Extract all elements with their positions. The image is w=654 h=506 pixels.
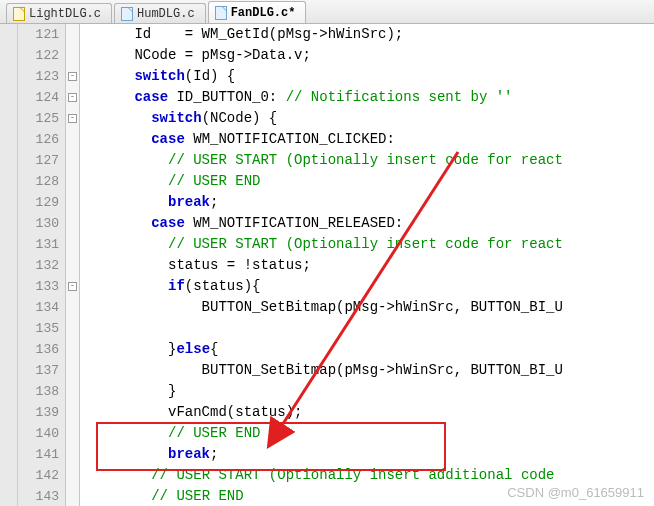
line-number: 124 [18,87,59,108]
line-number: 132 [18,255,59,276]
line-number: 129 [18,192,59,213]
fold-cell [66,360,79,381]
code-line[interactable]: case WM_NOTIFICATION_CLICKED: [84,129,654,150]
line-number: 121 [18,24,59,45]
code-line[interactable] [84,318,654,339]
line-number: 123 [18,66,59,87]
line-number: 135 [18,318,59,339]
tab-fandlg[interactable]: FanDLG.c* [208,1,307,23]
code-line[interactable]: if(status){ [84,276,654,297]
code-line[interactable]: Id = WM_GetId(pMsg->hWinSrc); [84,24,654,45]
fold-cell [66,465,79,486]
code-line[interactable]: NCode = pMsg->Data.v; [84,45,654,66]
code-line[interactable]: BUTTON_SetBitmap(pMsg->hWinSrc, BUTTON_B… [84,360,654,381]
tab-lightdlg[interactable]: LightDLG.c [6,3,112,23]
line-number: 127 [18,150,59,171]
code-line[interactable]: } [84,381,654,402]
fold-cell [66,402,79,423]
fold-cell [66,297,79,318]
line-number: 142 [18,465,59,486]
c-file-icon [215,6,227,20]
fold-cell [66,129,79,150]
code-line[interactable]: break; [84,192,654,213]
tab-label: LightDLG.c [29,7,101,21]
code-line[interactable]: // USER END [84,171,654,192]
fold-column: ---- [66,24,80,506]
fold-toggle-icon[interactable]: - [68,282,77,291]
line-number: 125 [18,108,59,129]
code-line[interactable]: // USER END [84,486,654,506]
code-line[interactable]: }else{ [84,339,654,360]
fold-cell [66,486,79,506]
fold-toggle-icon[interactable]: - [68,114,77,123]
code-line[interactable]: vFanCmd(status); [84,402,654,423]
fold-cell [66,255,79,276]
tab-label: HumDLG.c [137,7,195,21]
code-line[interactable]: // USER START (Optionally insert code fo… [84,234,654,255]
fold-cell [66,45,79,66]
svg-rect-0 [14,7,25,20]
tab-humdlg[interactable]: HumDLG.c [114,3,206,23]
fold-cell [66,381,79,402]
fold-cell: - [66,66,79,87]
fold-cell [66,213,79,234]
fold-cell: - [66,276,79,297]
tab-bar: LightDLG.c HumDLG.c FanDLG.c* [0,0,654,24]
line-number: 134 [18,297,59,318]
code-line[interactable]: BUTTON_SetBitmap(pMsg->hWinSrc, BUTTON_B… [84,297,654,318]
line-number: 130 [18,213,59,234]
c-file-icon [13,7,25,21]
svg-rect-2 [215,6,226,19]
code-editor[interactable]: 1211221231241251261271281291301311321331… [0,24,654,506]
code-line[interactable]: status = !status; [84,255,654,276]
marker-margin [0,24,18,506]
line-number: 133 [18,276,59,297]
code-line[interactable]: break; [84,444,654,465]
code-line[interactable]: // USER END [84,423,654,444]
fold-toggle-icon[interactable]: - [68,72,77,81]
line-number-gutter: 1211221231241251261271281291301311321331… [18,24,66,506]
fold-toggle-icon[interactable]: - [68,93,77,102]
line-number: 128 [18,171,59,192]
fold-cell [66,192,79,213]
fold-cell [66,339,79,360]
c-file-icon [121,7,133,21]
line-number: 126 [18,129,59,150]
code-line[interactable]: // USER START (Optionally insert additio… [84,465,654,486]
fold-cell: - [66,108,79,129]
fold-cell [66,150,79,171]
line-number: 138 [18,381,59,402]
fold-cell [66,423,79,444]
fold-cell [66,234,79,255]
line-number: 143 [18,486,59,506]
fold-cell: - [66,87,79,108]
line-number: 136 [18,339,59,360]
code-line[interactable]: switch(NCode) { [84,108,654,129]
code-line[interactable]: // USER START (Optionally insert code fo… [84,150,654,171]
tab-label: FanDLG.c* [231,6,296,20]
fold-cell [66,24,79,45]
line-number: 131 [18,234,59,255]
code-area[interactable]: Id = WM_GetId(pMsg->hWinSrc); NCode = pM… [80,24,654,506]
code-line[interactable]: case ID_BUTTON_0: // Notifications sent … [84,87,654,108]
line-number: 140 [18,423,59,444]
fold-cell [66,444,79,465]
code-line[interactable]: switch(Id) { [84,66,654,87]
line-number: 137 [18,360,59,381]
code-line[interactable]: case WM_NOTIFICATION_RELEASED: [84,213,654,234]
fold-cell [66,171,79,192]
line-number: 139 [18,402,59,423]
line-number: 141 [18,444,59,465]
svg-rect-1 [122,7,133,20]
line-number: 122 [18,45,59,66]
fold-cell [66,318,79,339]
